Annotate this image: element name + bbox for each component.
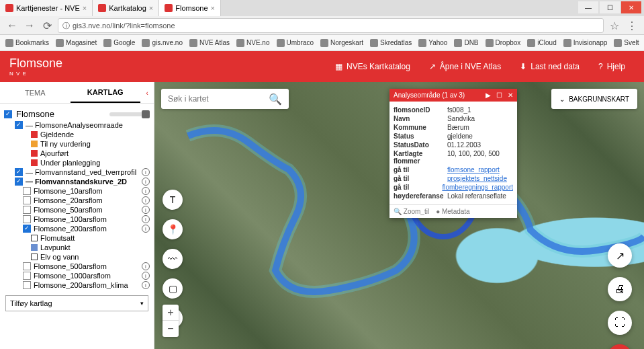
checkbox[interactable]	[23, 262, 31, 270]
layer-item[interactable]: Flomsone_10arsflomi	[0, 186, 154, 196]
bookmark-item[interactable]: Umbraco	[277, 39, 314, 47]
checkbox[interactable]	[15, 121, 23, 129]
browser-tab[interactable]: Flomsone×	[159, 0, 221, 16]
info-icon[interactable]: i	[142, 187, 150, 195]
opacity-slider[interactable]	[109, 112, 150, 116]
info-icon[interactable]: i	[142, 225, 150, 233]
popup-close-icon[interactable]: ✕	[508, 91, 513, 99]
layer-item[interactable]: Flomsone_100arsflomi	[0, 215, 154, 224]
bookmark-item[interactable]: Yahoo	[418, 39, 447, 47]
popup-link[interactable]: prosjektets_nettside	[447, 175, 507, 182]
tab-kartlag[interactable]: KARTLAG	[71, 82, 141, 103]
tab-tema[interactable]: TEMA	[0, 82, 71, 103]
share-button[interactable]: ↗	[608, 243, 632, 268]
bookmark-item[interactable]: Google	[103, 39, 135, 47]
legend-swatch	[31, 141, 38, 147]
checkbox[interactable]	[23, 225, 31, 233]
line-tool[interactable]: 〰	[163, 249, 183, 269]
layer-item[interactable]: Flomsone_500arsflomi	[0, 262, 154, 271]
tab-close-icon[interactable]: ×	[211, 4, 215, 12]
popup-next-icon[interactable]: ▶	[486, 91, 491, 99]
layer-item[interactable]: Flomsone_200arsflomi	[0, 224, 154, 233]
zoom-out[interactable]: −	[163, 321, 179, 337]
layer-item[interactable]: Flomsone_20arsflomi	[0, 196, 154, 205]
layer-label: Flomsone_10arsflom	[34, 187, 103, 195]
browser-tab[interactable]: Karttjenester - NVE×	[0, 0, 93, 16]
tab-close-icon[interactable]: ×	[83, 4, 87, 12]
checkbox[interactable]	[4, 110, 12, 118]
info-icon[interactable]: i	[142, 178, 150, 186]
marker-tool[interactable]: 📍	[163, 219, 183, 239]
layer-item[interactable]: — FlomsoneAnalyseomraade	[0, 120, 154, 130]
forward-button[interactable]: →	[23, 19, 36, 32]
map-search[interactable]: 🔍	[161, 89, 289, 109]
map-canvas[interactable]: 🔍 ⌄ BAKGRUNNSKART Analyseområde (1 av 3)…	[154, 82, 644, 349]
bookmark-item[interactable]: iCloud	[527, 39, 556, 47]
fullscreen-button[interactable]: ⛶	[608, 311, 632, 335]
locate-button[interactable]: ◎	[608, 344, 632, 349]
checkbox[interactable]	[23, 187, 31, 195]
metadata-link[interactable]: ● Metadata	[436, 208, 470, 215]
bookmark-item[interactable]: Bookmarks	[5, 39, 49, 47]
checkbox[interactable]	[15, 178, 23, 186]
bookmark-item[interactable]: NVE Atlas	[189, 39, 230, 47]
info-icon[interactable]: i	[142, 215, 150, 223]
layer-label: Flomsone_200arsflom	[34, 225, 107, 233]
layer-root[interactable]: Flomsone	[0, 104, 154, 120]
rect-tool[interactable]: ▢	[163, 278, 183, 299]
checkbox[interactable]	[23, 272, 31, 280]
reload-button[interactable]: ⟳	[40, 19, 54, 32]
search-input[interactable]	[168, 94, 269, 104]
url-input[interactable]: ⓘ gis3.nve.no/link/?link=flomsone	[58, 18, 604, 33]
add-layer-select[interactable]: Tilføy kartlag	[5, 295, 148, 311]
bookmark-item[interactable]: Dropbox	[486, 39, 521, 47]
zoom-in[interactable]: +	[163, 305, 179, 321]
catalog-button[interactable]: ▦ NVEs Kartkatalog	[326, 62, 420, 71]
sidebar-collapse[interactable]: ‹	[140, 82, 154, 103]
bookmark-item[interactable]: DNB	[454, 39, 478, 47]
star-icon[interactable]: ☆	[608, 19, 621, 32]
popup-link[interactable]: flomberegnings_rapport	[442, 184, 513, 191]
tab-close-icon[interactable]: ×	[149, 4, 153, 12]
background-map-button[interactable]: ⌄ BAKGRUNNSKART	[551, 89, 637, 109]
checkbox[interactable]	[15, 168, 23, 176]
back-button[interactable]: ←	[5, 19, 19, 32]
bookmark-item[interactable]: Magasinet	[56, 39, 97, 47]
layer-item[interactable]: — Flomvannstandskurve_2Di	[0, 177, 154, 186]
layer-item[interactable]: — Flomvannstand_ved_tverrprofili	[0, 167, 154, 177]
info-icon[interactable]: i	[142, 196, 150, 204]
popup-link[interactable]: flomsone_rapport	[447, 166, 500, 173]
help-button[interactable]: ? Hjelp	[589, 62, 635, 71]
popup-key: StatusDato	[394, 141, 447, 149]
info-icon[interactable]: i	[142, 272, 150, 280]
bookmark-item[interactable]: Invisionapp	[563, 39, 608, 47]
text-tool[interactable]: T	[163, 190, 183, 210]
layer-item[interactable]: Flomsone_200arsflom_klimai	[0, 280, 154, 290]
bookmark-item[interactable]: Skredatlas	[370, 39, 412, 47]
bookmark-item[interactable]: NVE.no	[236, 39, 269, 47]
menu-icon[interactable]: ⋮	[625, 19, 639, 32]
print-button[interactable]: 🖨	[608, 277, 632, 301]
zoom-to-link[interactable]: 🔍 Zoom_til	[394, 208, 429, 215]
window-close[interactable]: ✕	[621, 1, 641, 13]
browser-tab[interactable]: Kartkatalog×	[93, 0, 159, 16]
checkbox[interactable]	[23, 281, 31, 289]
info-icon[interactable]: i	[142, 281, 150, 289]
bookmark-item[interactable]: Svelt	[614, 39, 639, 47]
window-maximize[interactable]: ☐	[600, 1, 620, 13]
layer-item[interactable]: Flomsone_50arsflomi	[0, 205, 154, 215]
checkbox[interactable]	[23, 215, 31, 223]
info-icon[interactable]: i	[142, 206, 150, 214]
info-icon[interactable]: i	[142, 168, 150, 176]
checkbox[interactable]	[23, 196, 31, 204]
search-icon[interactable]: 🔍	[269, 93, 282, 106]
layer-item[interactable]: Flomsone_1000arsflomi	[0, 271, 154, 280]
window-minimize[interactable]: —	[578, 1, 598, 13]
popup-expand-icon[interactable]: ☐	[496, 91, 502, 99]
checkbox[interactable]	[23, 206, 31, 214]
bookmark-item[interactable]: Norgeskart	[320, 39, 363, 47]
open-atlas-button[interactable]: ↗ Åpne i NVE Atlas	[420, 62, 510, 71]
info-icon[interactable]: i	[142, 262, 150, 270]
download-button[interactable]: ⬇ Last ned data	[510, 62, 589, 71]
bookmark-item[interactable]: gis.nve.no	[142, 39, 183, 47]
